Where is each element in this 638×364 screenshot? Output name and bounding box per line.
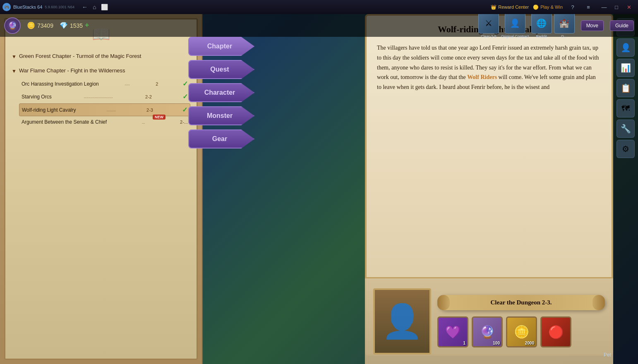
app-name: BlueStacks 64 [13, 5, 42, 10]
chapter-list: 📖 ▼ Green Forest Chapter - Turmoil of th… [4, 18, 198, 360]
titlebar-nav: ← ⌂ ⬜ [80, 3, 110, 11]
back-button[interactable]: ← [80, 3, 89, 11]
help-button[interactable]: ? [567, 2, 578, 12]
chapter-group-green: ▼ Green Forest Chapter - Turmoil of the … [12, 51, 190, 62]
portrait-contract: 👤 [505, 13, 525, 34]
quest-name-orc: Orc Harassing Investigation Legion [22, 81, 99, 87]
titlebar-right: 👑 Reward Center 🟡 Play & Win ? ≡ — □ ✕ [491, 2, 638, 12]
portrait-label-3: Reddit [536, 34, 547, 38]
sidebar-icon-6[interactable]: 🔧 [616, 120, 635, 138]
chapter-title-green: Green Forest Chapter - Turmoil of the Ma… [19, 53, 142, 60]
tab-chapter-label: Chapter [207, 43, 232, 50]
restore-button[interactable]: □ [611, 2, 622, 12]
titlebar: 🎮 BlueStacks 64 5.9.600.1001 N64 ← ⌂ ⬜ 👑… [0, 0, 638, 14]
reward-icon-3: 🪙 [514, 325, 529, 339]
gold-icon: 🪙 [27, 22, 35, 29]
portrait-list: ⚔ Clear-2-5 👤 Original Contract 🌐 Reddit… [478, 13, 575, 38]
check-icon-3: ✓ [182, 106, 187, 114]
chapter-group-warflame: ▼ War Flame Chapter - Fight in the Wilde… [12, 66, 190, 127]
new-badge: NEW [153, 115, 165, 120]
quest-name-wolf: Wolf-riding Light Cavalry [22, 107, 76, 113]
portrait-reddit: 🌐 [531, 13, 552, 34]
portrait-item-3[interactable]: 🌐 Reddit [531, 13, 552, 38]
reward-items-list: 💜 1 🔮 100 🪙 2000 🔴 [437, 316, 605, 347]
character-frame: 👤 [373, 288, 431, 354]
reward-count-2: 100 [493, 341, 500, 345]
right-sidebar: ⚙ 👤 📊 📋 🗺 🔧 ⚙ [613, 14, 638, 364]
tab-monster-label: Monster [207, 112, 233, 119]
chapter-header-warflame[interactable]: ▼ War Flame Chapter - Fight in the Wilde… [12, 66, 190, 76]
sidebar-icon-3[interactable]: 📊 [616, 59, 635, 77]
portrait-clear: ⚔ [478, 13, 499, 34]
play-win-button[interactable]: 🟡 Play & Win [533, 5, 563, 10]
reward-icon-2: 🔮 [480, 325, 495, 339]
tab-quest-label: Quest [210, 66, 229, 73]
quest-dots-1: ..... [125, 81, 130, 86]
sidebar-icon-4[interactable]: 📋 [616, 79, 635, 97]
reward-area: 👤 Clear the Dungeon 2-3. 💜 1 🔮 100 🪙 200… [365, 277, 613, 364]
tab-quest[interactable]: Quest [188, 60, 254, 79]
quest-list-warflame: Orc Harassing Investigation Legion .....… [12, 78, 190, 127]
pet-label: Pet [604, 352, 611, 358]
guide-button[interactable]: Guide [610, 20, 634, 31]
tab-character[interactable]: Character [188, 83, 254, 102]
quest-item-argument[interactable]: Argument Between the Senate & Chief NEW … [19, 117, 190, 127]
quest-num-4: 2-... [180, 120, 188, 125]
reward-scroll: Clear the Dungeon 2-3. [437, 295, 605, 310]
reward-count-3: 2000 [525, 341, 534, 345]
reward-info: Clear the Dungeon 2-3. 💜 1 🔮 100 🪙 2000 … [437, 295, 605, 347]
chevron-down-icon: ▼ [12, 54, 17, 60]
reward-icon-4: 🔴 [548, 325, 564, 339]
check-icon-2: ✓ [182, 93, 188, 101]
tab-chapter[interactable]: Chapter [188, 37, 254, 56]
gold-amount: 73409 [37, 22, 53, 29]
character-silhouette-icon: 👤 [381, 302, 423, 341]
menu-button[interactable]: ≡ [583, 2, 594, 12]
close-button[interactable]: ✕ [623, 2, 635, 12]
quest-num-1: 2 [156, 81, 158, 86]
reward-scroll-text: Clear the Dungeon 2-3. [446, 299, 597, 306]
app-logo: 🎮 [2, 3, 11, 11]
gem-stat: 💎 1535 + [60, 21, 89, 30]
quest-num-3: 2-3 [146, 108, 153, 113]
home-button[interactable]: ⌂ [91, 3, 98, 11]
sidebar-icon-2[interactable]: 👤 [616, 38, 635, 57]
reward-item-1: 💜 1 [437, 316, 468, 347]
portrait-label-2: Original Contract [501, 34, 529, 38]
quest-num-2: 2-2 [145, 94, 152, 99]
titlebar-left: 🎮 BlueStacks 64 5.9.600.1001 N64 ← ⌂ ⬜ [0, 3, 110, 11]
quest-item-orc[interactable]: Orc Harassing Investigation Legion .....… [19, 78, 190, 90]
portrait-item-4[interactable]: 🏰 D... [554, 13, 575, 38]
quest-dots-3: ......... [107, 108, 116, 112]
sidebar-icon-5[interactable]: 🗺 [616, 99, 635, 117]
reward-item-4: 🔴 [540, 316, 571, 347]
reward-item-3: 🪙 2000 [506, 316, 537, 347]
chapter-title-warflame: War Flame Chapter - Fight in the Wildern… [19, 67, 125, 74]
portrait-label-4: D... [561, 34, 567, 38]
portrait-item-2[interactable]: 👤 Original Contract [501, 13, 529, 38]
tab-monster[interactable]: Monster [188, 106, 254, 125]
left-panel: 📖 ▼ Green Forest Chapter - Turmoil of th… [0, 14, 203, 364]
sidebar-icon-7[interactable]: ⚙ [616, 140, 635, 158]
tab-gear[interactable]: Gear [188, 129, 254, 148]
gem-icon: 💎 [60, 22, 68, 29]
story-text: The villagers have told us that one year… [367, 39, 612, 96]
move-button[interactable]: Move [581, 20, 604, 31]
portrait-d: 🏰 [554, 13, 575, 34]
gold-stat: 🪙 73409 [27, 22, 53, 29]
quest-item-starving[interactable]: Starving Orcs ..........................… [19, 91, 190, 103]
app-version: 5.9.600.1001 N64 [45, 5, 74, 9]
tab-character-label: Character [204, 89, 235, 96]
add-gems-button[interactable]: + [85, 21, 89, 30]
gamebar: 🔮 🪙 73409 💎 1535 + ⚔ Clear-2-5 👤 Origina… [0, 14, 638, 37]
gem-amount: 1535 [70, 22, 83, 29]
reward-center-button[interactable]: 👑 Reward Center [491, 5, 529, 10]
bookmark-button[interactable]: ⬜ [99, 3, 110, 11]
minimize-button[interactable]: — [598, 2, 610, 12]
tab-gear-label: Gear [212, 135, 227, 142]
portrait-item-1[interactable]: ⚔ Clear-2-5 [478, 13, 499, 38]
reward-count-1: 1 [463, 341, 465, 345]
chapter-header-green[interactable]: ▼ Green Forest Chapter - Turmoil of the … [12, 51, 190, 62]
portrait-label-1: Clear-2-5 [481, 34, 496, 38]
window-controls: — □ ✕ [598, 2, 635, 12]
